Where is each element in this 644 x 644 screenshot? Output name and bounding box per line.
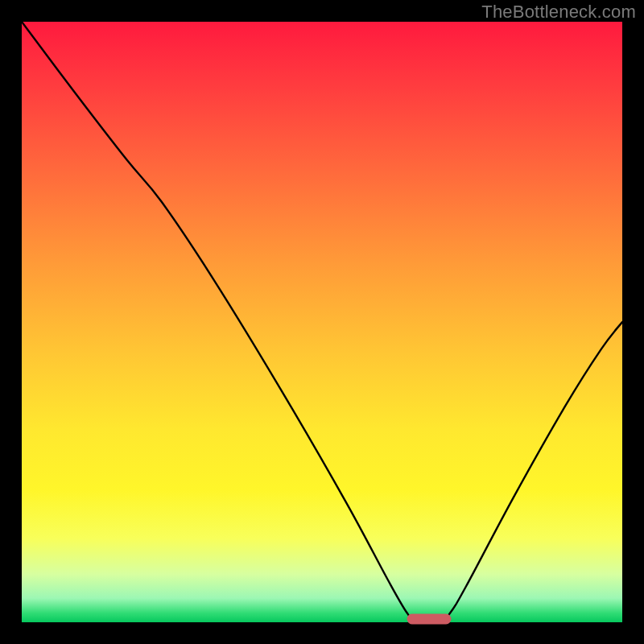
plot-area — [22, 22, 622, 622]
watermark-text: TheBottleneck.com — [481, 2, 636, 23]
curve-layer — [22, 22, 622, 622]
chart-frame: TheBottleneck.com — [0, 0, 644, 644]
bottleneck-curve — [22, 22, 622, 619]
optimal-point-marker — [407, 613, 451, 624]
